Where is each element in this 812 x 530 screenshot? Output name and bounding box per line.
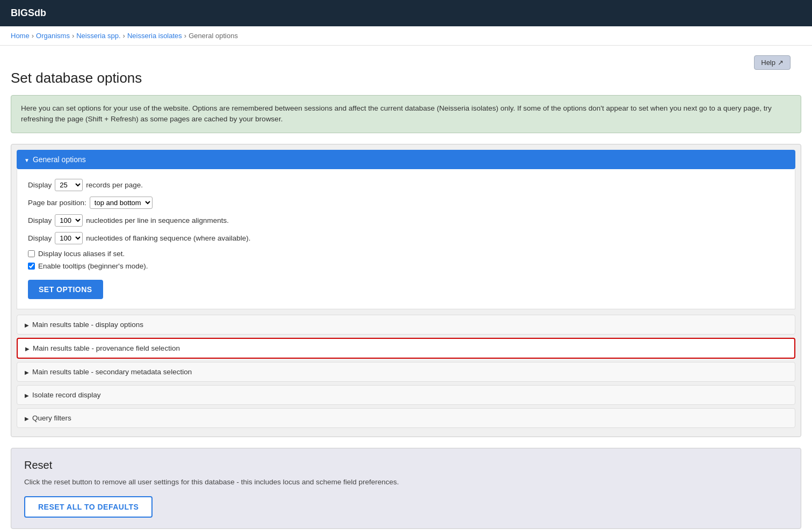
help-label: Help	[761, 59, 775, 67]
page-bar-label: Page bar position:	[28, 199, 86, 207]
section-query-label: Query filters	[32, 414, 71, 422]
breadcrumb: Home › Organisms › Neisseria spp. › Neis…	[0, 26, 812, 46]
breadcrumb-current: General options	[189, 32, 238, 40]
expand-icon-secondary	[25, 368, 29, 376]
set-options-button[interactable]: SET OPTIONS	[28, 280, 103, 299]
expand-icon-query	[25, 414, 29, 422]
display-records-row: Display 10 25 50 100 200 records per pag…	[28, 179, 784, 191]
reset-button[interactable]: RESET ALL TO DEFAULTS	[24, 496, 153, 518]
expand-icon-isolate	[25, 391, 29, 399]
flank-label-post: nucleotides of flanking sequence (where …	[86, 234, 250, 242]
breadcrumb-sep-2: ›	[72, 32, 74, 40]
seq-align-label-pre: Display	[28, 216, 52, 224]
app-title: BIGSdb	[11, 8, 46, 18]
section-display-options-label: Main results table - display options	[32, 321, 143, 329]
page-title: Set database options	[11, 70, 801, 86]
breadcrumb-sep-1: ›	[32, 32, 34, 40]
expand-icon-display	[25, 321, 29, 329]
page-bar-select[interactable]: top and bottom top bottom	[90, 197, 153, 209]
set-options-label: SET OPTIONS	[39, 285, 92, 294]
section-provenance-field[interactable]: Main results table - provenance field se…	[17, 338, 795, 359]
breadcrumb-neisseria-spp[interactable]: Neisseria spp.	[76, 32, 120, 40]
flank-label-pre: Display	[28, 234, 52, 242]
general-options-header[interactable]: General options	[17, 150, 795, 169]
app-title-bar: BIGSdb	[0, 0, 812, 26]
seq-align-row: Display 50 100 200 nucleotides per line …	[28, 214, 784, 227]
collapse-icon	[24, 155, 30, 164]
breadcrumb-sep-3: ›	[123, 32, 125, 40]
section-isolate-label: Isolate record display	[32, 391, 101, 399]
section-provenance-label: Main results table - provenance field se…	[33, 344, 180, 352]
section-query-filters[interactable]: Query filters	[17, 408, 795, 428]
breadcrumb-sep-4: ›	[184, 32, 186, 40]
tooltips-label: Enable tooltips (beginner's mode).	[38, 262, 148, 270]
general-options-content: Display 10 25 50 100 200 records per pag…	[17, 169, 795, 309]
page-bar-row: Page bar position: top and bottom top bo…	[28, 197, 784, 209]
section-secondary-label: Main results table - secondary metadata …	[32, 368, 192, 376]
reset-description: Click the reset button to remove all use…	[24, 477, 788, 488]
reset-title: Reset	[24, 459, 788, 471]
flank-select[interactable]: 50 100 200	[55, 232, 83, 244]
section-display-options[interactable]: Main results table - display options	[17, 315, 795, 335]
display-records-select[interactable]: 10 25 50 100 200	[55, 179, 83, 191]
section-secondary-metadata[interactable]: Main results table - secondary metadata …	[17, 362, 795, 382]
display-records-label: Display	[28, 181, 52, 189]
breadcrumb-home[interactable]: Home	[11, 32, 30, 40]
external-link-icon: ↗	[778, 59, 784, 67]
breadcrumb-organisms[interactable]: Organisms	[36, 32, 70, 40]
section-isolate-record[interactable]: Isolate record display	[17, 385, 795, 405]
breadcrumb-neisseria-isolates[interactable]: Neisseria isolates	[127, 32, 182, 40]
help-area: Help ↗	[11, 51, 801, 70]
locus-alias-row: Display locus aliases if set.	[28, 250, 784, 258]
reset-area: Reset Click the reset button to remove a…	[11, 448, 801, 529]
general-options-label: General options	[33, 155, 86, 164]
display-records-suffix: records per page.	[86, 181, 143, 189]
seq-align-select[interactable]: 50 100 200	[55, 214, 83, 227]
main-content: Help ↗ Set database options Here you can…	[0, 46, 812, 530]
locus-alias-checkbox[interactable]	[28, 250, 35, 257]
tooltips-checkbox[interactable]	[28, 263, 35, 270]
expand-icon-provenance	[25, 344, 30, 352]
info-text: Here you can set options for your use of…	[21, 104, 772, 123]
info-box: Here you can set options for your use of…	[11, 95, 801, 133]
locus-alias-label: Display locus aliases if set.	[38, 250, 125, 258]
help-button[interactable]: Help ↗	[754, 55, 791, 70]
tooltips-row: Enable tooltips (beginner's mode).	[28, 262, 784, 270]
reset-button-label: RESET ALL TO DEFAULTS	[38, 503, 139, 511]
flank-row: Display 50 100 200 nucleotides of flanki…	[28, 232, 784, 244]
seq-align-label-post: nucleotides per line in sequence alignme…	[86, 216, 229, 224]
options-container: General options Display 10 25 50 100 200…	[11, 144, 801, 437]
